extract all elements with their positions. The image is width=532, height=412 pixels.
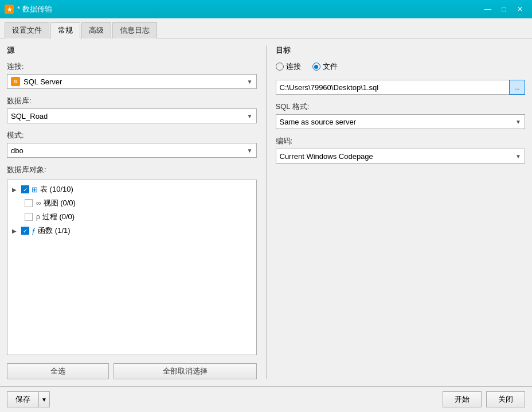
file-browse-button[interactable]: ... (509, 80, 525, 95)
target-type-radio-group: 连接 文件 (276, 61, 526, 72)
source-database-group: 数据库: SQL_Road ▼ (7, 96, 257, 123)
tab-bar: 设置文件 常规 高级 信息日志 (0, 18, 532, 38)
source-panel: 源 连接: S SQL Server ▼ 数据库: SQL_Road ▼ (7, 45, 257, 379)
source-database-select[interactable]: SQL_Road ▼ (7, 108, 257, 123)
start-button[interactable]: 开始 (443, 391, 482, 407)
title-bar: ★ * 数据传输 — □ ✕ (0, 0, 532, 18)
select-all-button[interactable]: 全选 (7, 363, 109, 379)
source-database-value: SQL_Road (11, 112, 48, 121)
tab-advanced[interactable]: 高级 (81, 22, 111, 38)
close-button-footer[interactable]: 关闭 (486, 391, 525, 407)
panel-divider (266, 45, 267, 379)
tables-checkbox[interactable]: ✓ (21, 185, 29, 193)
source-mode-value: dbo (11, 146, 24, 155)
save-dropdown-button[interactable]: ▼ (38, 391, 50, 407)
target-encoding-select[interactable]: Current Windows Codepage ▼ (276, 149, 526, 164)
target-encoding-label: 编码: (276, 136, 526, 146)
target-encoding-value: Current Windows Codepage (280, 152, 373, 161)
file-radio-circle[interactable] (312, 63, 320, 71)
target-sql-format-label: SQL 格式: (276, 102, 526, 112)
target-sql-format-group: SQL 格式: Same as source server ▼ (276, 102, 526, 129)
main-window: 设置文件 常规 高级 信息日志 源 连接: S SQL Server ▼ (0, 18, 532, 412)
target-panel: 目标 连接 文件 ... SQL (276, 45, 526, 379)
sql-server-icon: S (11, 77, 20, 86)
source-database-label: 数据库: (7, 96, 257, 106)
content-area: 源 连接: S SQL Server ▼ 数据库: SQL_Road ▼ (0, 38, 532, 386)
tree-item-views[interactable]: ∞ 视图 (0/0) (7, 196, 256, 210)
minimize-button[interactable]: — (480, 3, 495, 15)
views-label: 视图 (0/0) (44, 198, 76, 208)
title-bar-left: ★ * 数据传输 (5, 4, 52, 14)
sql-format-dropdown-arrow: ▼ (515, 119, 521, 125)
source-mode-label: 模式: (7, 130, 257, 141)
views-icon: ∞ (36, 199, 41, 207)
source-bottom-buttons: 全选 全部取消选择 (7, 363, 257, 379)
file-path-input[interactable] (276, 80, 510, 95)
functions-icon: ƒ (32, 227, 36, 235)
procedures-label: 过程 (0/0) (42, 212, 75, 222)
target-file-path-group: ... (276, 80, 526, 95)
tree-item-functions[interactable]: ▶ ✓ ƒ 函数 (1/1) (7, 224, 256, 238)
source-connection-label: 连接: (7, 61, 257, 72)
source-objects-label: 数据库对象: (7, 165, 257, 175)
procedures-checkbox[interactable] (25, 213, 33, 221)
tables-icon: ⊞ (32, 185, 38, 194)
functions-label: 函数 (1/1) (38, 226, 70, 236)
target-sql-format-select[interactable]: Same as source server ▼ (276, 114, 526, 129)
close-button[interactable]: ✕ (513, 3, 527, 15)
tab-log[interactable]: 信息日志 (112, 22, 157, 38)
procedures-icon: ρ (36, 213, 40, 221)
target-panel-title: 目标 (276, 45, 526, 56)
database-dropdown-arrow: ▼ (247, 113, 253, 119)
tables-expand-icon[interactable]: ▶ (12, 186, 19, 193)
source-mode-select[interactable]: dbo ▼ (7, 143, 257, 158)
connection-radio-circle[interactable] (276, 63, 284, 71)
maximize-button[interactable]: □ (496, 3, 511, 15)
app-icon: ★ (5, 5, 14, 14)
target-encoding-group: 编码: Current Windows Codepage ▼ (276, 136, 526, 164)
target-sql-format-value: Same as source server (280, 118, 357, 126)
connection-dropdown-arrow: ▼ (247, 79, 253, 85)
deselect-all-button[interactable]: 全部取消选择 (114, 363, 257, 379)
tab-general[interactable]: 常规 (50, 22, 80, 38)
tables-label: 表 (10/10) (40, 184, 73, 195)
source-connection-group: 连接: S SQL Server ▼ (7, 61, 257, 89)
tab-settings[interactable]: 设置文件 (5, 22, 49, 38)
footer: 保存 ▼ 开始 关闭 (0, 386, 532, 412)
database-objects-tree[interactable]: ▶ ✓ ⊞ 表 (10/10) ∞ 视图 (0/0) ρ 过程 (0/0) (7, 180, 257, 355)
tree-item-tables[interactable]: ▶ ✓ ⊞ 表 (10/10) (7, 182, 256, 196)
footer-right: 开始 关闭 (443, 391, 525, 407)
source-connection-value: SQL Server (24, 77, 62, 86)
views-checkbox[interactable] (25, 199, 33, 207)
source-connection-select[interactable]: S SQL Server ▼ (7, 74, 257, 89)
functions-expand-icon[interactable]: ▶ (12, 228, 19, 234)
save-button[interactable]: 保存 (7, 391, 38, 407)
functions-checkbox[interactable]: ✓ (21, 227, 29, 235)
title-controls: — □ ✕ (480, 3, 527, 15)
target-connection-radio[interactable]: 连接 (276, 61, 301, 72)
tree-item-procedures[interactable]: ρ 过程 (0/0) (7, 210, 256, 224)
file-radio-label: 文件 (323, 61, 338, 72)
title-text: * 数据传输 (17, 4, 52, 14)
connection-radio-label: 连接 (286, 61, 301, 72)
mode-dropdown-arrow: ▼ (247, 147, 253, 154)
encoding-dropdown-arrow: ▼ (515, 153, 521, 160)
file-path-row: ... (276, 80, 526, 95)
footer-left: 保存 ▼ (7, 391, 50, 407)
source-panel-title: 源 (7, 45, 257, 56)
target-file-radio[interactable]: 文件 (312, 61, 338, 72)
source-mode-group: 模式: dbo ▼ (7, 130, 257, 158)
